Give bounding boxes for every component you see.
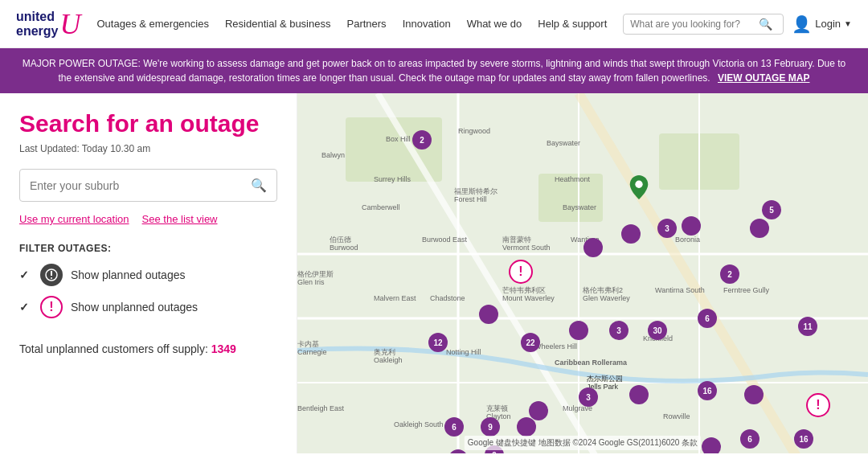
header: united energy U Outages & emergencies Re…	[0, 0, 868, 48]
logo-line2: energy	[16, 24, 58, 39]
map-pin-planned[interactable]	[629, 385, 649, 404]
map-pin-planned[interactable]	[517, 417, 536, 437]
suburb-search-box[interactable]: 🔍	[19, 169, 277, 202]
svg-text:Wheelers Hill: Wheelers Hill	[534, 342, 577, 350]
map-pin-planned[interactable]: 2	[720, 264, 739, 284]
svg-text:Rowville: Rowville	[663, 412, 690, 420]
logo-icon: U	[59, 7, 80, 41]
svg-text:Burwood: Burwood	[330, 244, 358, 252]
map-pin-planned[interactable]: 22	[521, 333, 540, 352]
svg-text:Bayswater: Bayswater	[547, 139, 580, 147]
map-area[interactable]: Balwyn Box Hill Ringwood Surrey Hills Ca…	[297, 93, 868, 453]
svg-text:Surrey Hills: Surrey Hills	[374, 175, 411, 183]
map-pin-planned[interactable]: 16	[794, 429, 813, 449]
suburb-search-icon: 🔍	[251, 178, 267, 193]
header-search-input[interactable]	[630, 18, 759, 30]
alert-banner: MAJOR POWER OUTAGE: We're working to ass…	[0, 48, 868, 93]
map-pin-planned[interactable]	[750, 219, 769, 238]
main-nav: Outages & emergencies Residential & busi…	[80, 18, 607, 30]
login-label: Login	[815, 18, 841, 30]
map-pin-planned[interactable]: 3	[657, 219, 677, 238]
map-pin-planned[interactable]	[744, 385, 764, 404]
map-pin-planned[interactable]: 9	[481, 417, 500, 437]
planned-outage-icon	[40, 264, 63, 286]
unplanned-filter-label: Show unplanned outages	[71, 301, 198, 314]
map-pin-planned[interactable]: 6	[740, 429, 760, 449]
map-pin-planned[interactable]: 6	[698, 309, 717, 328]
svg-text:Vermont South: Vermont South	[502, 244, 551, 252]
view-outage-map-link[interactable]: VIEW OUTAGE MAP	[718, 72, 809, 84]
header-search[interactable]: 🔍	[623, 14, 784, 35]
svg-text:Burwood East: Burwood East	[422, 236, 468, 244]
svg-text:奥克利: 奥克利	[374, 348, 395, 356]
nav-partners[interactable]: Partners	[346, 18, 386, 30]
use-location-link[interactable]: Use my current location	[19, 213, 129, 225]
svg-text:Notting Hill: Notting Hill	[446, 348, 481, 356]
nav-outages[interactable]: Outages & emergencies	[96, 18, 208, 30]
map-pin-planned[interactable]: 2	[412, 130, 432, 150]
svg-text:伯伍德: 伯伍德	[330, 236, 351, 244]
map-pin-green[interactable]	[629, 175, 649, 199]
svg-text:Chadstone: Chadstone	[430, 294, 465, 302]
svg-text:芒特韦弗利区: 芒特韦弗利区	[502, 286, 546, 294]
map-pin-planned[interactable]: 3	[609, 321, 628, 340]
logo-line1: united	[16, 10, 58, 24]
nav-innovation[interactable]: Innovation	[403, 18, 451, 30]
map-pin-planned[interactable]	[529, 401, 548, 420]
svg-text:格伦伊里斯: 格伦伊里斯	[297, 270, 334, 278]
chevron-down-icon: ▼	[844, 19, 852, 28]
planned-filter-label: Show planned outages	[71, 268, 185, 281]
map-pin-unplanned[interactable]: !	[509, 260, 533, 284]
map-pin-planned[interactable]: 5	[762, 200, 781, 219]
svg-text:Oakleigh: Oakleigh	[374, 356, 403, 364]
svg-text:Wantirna South: Wantirna South	[655, 286, 705, 294]
svg-text:Boronia: Boronia	[675, 236, 700, 244]
map-pin-planned[interactable]: 3	[579, 387, 598, 407]
svg-text:Glen Waverley: Glen Waverley	[583, 294, 630, 302]
nav-what-we-do[interactable]: What we do	[467, 18, 522, 30]
header-right: 🔍 👤 Login ▼	[623, 14, 852, 35]
header-search-icon: 🔍	[759, 18, 772, 31]
login-button[interactable]: 👤 Login ▼	[792, 14, 852, 34]
total-count: 1349	[211, 342, 236, 355]
map-pin-planned[interactable]	[583, 238, 603, 257]
map-pin-planned[interactable]	[569, 321, 588, 340]
map-copyright: Google 键盘快捷键 地图数据 ©2024 Google GS(2011)6…	[465, 436, 701, 450]
logo: united energy U	[16, 7, 80, 41]
total-label: Total unplanned customers off supply:	[19, 342, 208, 355]
svg-text:Mount Waverley: Mount Waverley	[502, 294, 555, 302]
nav-help[interactable]: Help & support	[538, 18, 607, 30]
map-pin-planned[interactable]: 11	[798, 317, 817, 336]
svg-text:Box Hill: Box Hill	[386, 135, 411, 143]
svg-text:福里斯特希尔: 福里斯特希尔	[454, 187, 497, 195]
map-pin-planned[interactable]: 6	[444, 417, 464, 437]
filter-planned-item: ✓ Show planned outages	[19, 264, 277, 286]
location-links: Use my current location See the list vie…	[19, 213, 277, 225]
map-pin-planned[interactable]	[682, 216, 701, 236]
svg-text:克莱顿: 克莱顿	[486, 404, 508, 412]
nav-residential[interactable]: Residential & business	[225, 18, 331, 30]
map-pin-planned[interactable]: 16	[698, 381, 717, 400]
suburb-input[interactable]	[30, 179, 251, 192]
map-pin-unplanned[interactable]: !	[806, 393, 830, 417]
svg-text:Bayswater: Bayswater	[563, 203, 596, 211]
svg-point-2	[51, 277, 52, 279]
map-pin-planned[interactable]	[479, 305, 498, 324]
svg-text:Ringwood: Ringwood	[458, 127, 490, 135]
map-pin-planned[interactable]	[702, 437, 721, 453]
map-pin-planned[interactable]: 12	[428, 333, 448, 352]
list-view-link[interactable]: See the list view	[142, 213, 218, 225]
page-title: Search for an outage	[19, 109, 277, 138]
last-updated: Last Updated: Today 10.30 am	[19, 143, 277, 154]
main-content: Search for an outage Last Updated: Today…	[0, 93, 868, 453]
map-pin-planned[interactable]	[621, 224, 641, 244]
svg-text:Carnegie: Carnegie	[297, 348, 327, 356]
map-pin-planned[interactable]: 30	[648, 321, 667, 340]
svg-text:南普蒙特: 南普蒙特	[502, 236, 531, 244]
svg-text:Ferntree Gully: Ferntree Gully	[723, 286, 770, 294]
svg-point-70	[635, 181, 642, 188]
svg-text:Malvern East: Malvern East	[374, 294, 416, 302]
svg-text:Balwyn: Balwyn	[321, 151, 345, 159]
left-panel: Search for an outage Last Updated: Today…	[0, 93, 297, 453]
filter-unplanned-item: ✓ ! Show unplanned outages	[19, 296, 277, 318]
